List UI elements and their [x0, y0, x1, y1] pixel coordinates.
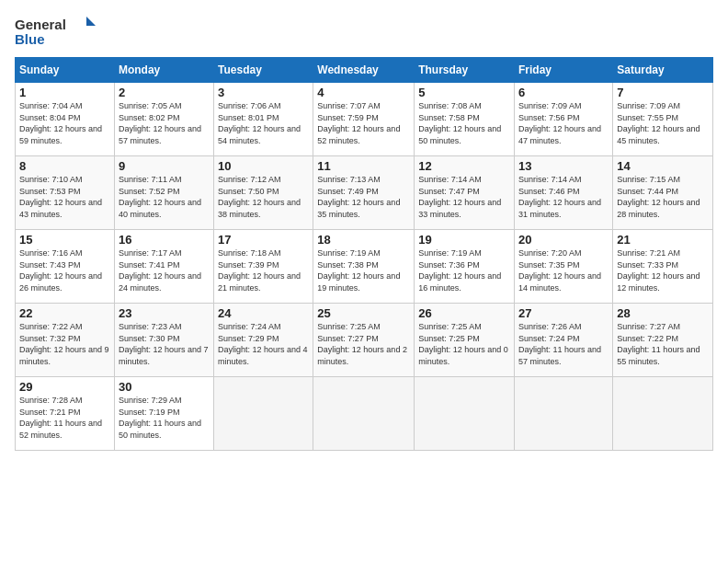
day-info: Sunrise: 7:25 AMSunset: 7:25 PMDaylight:…	[418, 321, 510, 367]
day-number: 23	[119, 306, 210, 320]
calendar-week-3: 15Sunrise: 7:16 AMSunset: 7:43 PMDayligh…	[16, 230, 713, 304]
day-number: 12	[418, 159, 510, 173]
day-number: 5	[418, 86, 510, 99]
day-number: 14	[617, 159, 709, 173]
calendar-cell: 19Sunrise: 7:19 AMSunset: 7:36 PMDayligh…	[415, 230, 515, 304]
day-number: 22	[19, 306, 110, 320]
calendar-cell: 9Sunrise: 7:11 AMSunset: 7:52 PMDaylight…	[114, 156, 213, 230]
day-info: Sunrise: 7:29 AMSunset: 7:19 PMDaylight:…	[119, 395, 210, 441]
day-info: Sunrise: 7:19 AMSunset: 7:38 PMDaylight:…	[317, 247, 410, 293]
day-number: 21	[617, 233, 709, 247]
calendar-cell: 21Sunrise: 7:21 AMSunset: 7:33 PMDayligh…	[613, 230, 713, 304]
calendar-cell	[313, 377, 415, 451]
calendar-cell	[515, 377, 613, 451]
calendar-week-2: 8Sunrise: 7:10 AMSunset: 7:53 PMDaylight…	[16, 156, 713, 230]
day-number: 25	[317, 306, 410, 320]
calendar-week-1: 1Sunrise: 7:04 AMSunset: 8:04 PMDaylight…	[16, 83, 713, 156]
calendar-cell: 5Sunrise: 7:08 AMSunset: 7:58 PMDaylight…	[415, 83, 515, 156]
calendar-cell: 7Sunrise: 7:09 AMSunset: 7:55 PMDaylight…	[613, 83, 713, 156]
page-container: General Blue SundayMondayTuesdayWednesda…	[0, 0, 728, 458]
day-number: 9	[119, 159, 210, 173]
calendar-cell: 28Sunrise: 7:27 AMSunset: 7:22 PMDayligh…	[613, 304, 713, 377]
day-number: 29	[19, 380, 110, 394]
header: General Blue	[15, 15, 713, 48]
day-number: 2	[119, 86, 210, 99]
calendar-header-row: SundayMondayTuesdayWednesdayThursdayFrid…	[16, 58, 713, 83]
day-info: Sunrise: 7:09 AMSunset: 7:55 PMDaylight:…	[617, 100, 709, 146]
calendar-cell: 13Sunrise: 7:14 AMSunset: 7:46 PMDayligh…	[515, 156, 613, 230]
day-number: 4	[317, 86, 410, 99]
calendar-cell: 30Sunrise: 7:29 AMSunset: 7:19 PMDayligh…	[114, 377, 213, 451]
day-info: Sunrise: 7:19 AMSunset: 7:36 PMDaylight:…	[418, 247, 510, 293]
day-info: Sunrise: 7:27 AMSunset: 7:22 PMDaylight:…	[617, 321, 709, 367]
day-info: Sunrise: 7:25 AMSunset: 7:27 PMDaylight:…	[317, 321, 410, 367]
day-info: Sunrise: 7:06 AMSunset: 8:01 PMDaylight:…	[218, 100, 309, 146]
day-info: Sunrise: 7:16 AMSunset: 7:43 PMDaylight:…	[19, 247, 110, 293]
weekday-header-friday: Friday	[515, 58, 613, 83]
day-info: Sunrise: 7:18 AMSunset: 7:39 PMDaylight:…	[218, 247, 309, 293]
day-number: 11	[317, 159, 410, 173]
calendar-cell: 4Sunrise: 7:07 AMSunset: 7:59 PMDaylight…	[313, 83, 415, 156]
day-info: Sunrise: 7:28 AMSunset: 7:21 PMDaylight:…	[19, 395, 110, 441]
day-number: 7	[617, 86, 709, 99]
day-number: 17	[218, 233, 309, 247]
logo-text-block: General Blue	[15, 15, 97, 48]
day-number: 28	[617, 306, 709, 320]
day-info: Sunrise: 7:14 AMSunset: 7:46 PMDaylight:…	[518, 174, 609, 220]
calendar-table: SundayMondayTuesdayWednesdayThursdayFrid…	[15, 57, 713, 451]
day-number: 1	[19, 86, 110, 99]
logo-svg: General Blue	[15, 15, 97, 48]
calendar-cell: 24Sunrise: 7:24 AMSunset: 7:29 PMDayligh…	[214, 304, 313, 377]
weekday-header-monday: Monday	[114, 58, 213, 83]
logo: General Blue	[15, 15, 97, 48]
calendar-cell: 11Sunrise: 7:13 AMSunset: 7:49 PMDayligh…	[313, 156, 415, 230]
calendar-cell: 14Sunrise: 7:15 AMSunset: 7:44 PMDayligh…	[613, 156, 713, 230]
day-info: Sunrise: 7:21 AMSunset: 7:33 PMDaylight:…	[617, 247, 709, 293]
day-info: Sunrise: 7:13 AMSunset: 7:49 PMDaylight:…	[317, 174, 410, 220]
day-info: Sunrise: 7:17 AMSunset: 7:41 PMDaylight:…	[119, 247, 210, 293]
day-info: Sunrise: 7:09 AMSunset: 7:56 PMDaylight:…	[518, 100, 609, 146]
calendar-cell: 16Sunrise: 7:17 AMSunset: 7:41 PMDayligh…	[114, 230, 213, 304]
day-number: 19	[418, 233, 510, 247]
calendar-cell	[613, 377, 713, 451]
day-number: 27	[518, 306, 609, 320]
calendar-cell: 8Sunrise: 7:10 AMSunset: 7:53 PMDaylight…	[16, 156, 115, 230]
weekday-header-sunday: Sunday	[16, 58, 115, 83]
calendar-cell: 17Sunrise: 7:18 AMSunset: 7:39 PMDayligh…	[214, 230, 313, 304]
calendar-cell: 10Sunrise: 7:12 AMSunset: 7:50 PMDayligh…	[214, 156, 313, 230]
day-number: 10	[218, 159, 309, 173]
day-number: 24	[218, 306, 309, 320]
calendar-cell: 22Sunrise: 7:22 AMSunset: 7:32 PMDayligh…	[16, 304, 115, 377]
day-info: Sunrise: 7:20 AMSunset: 7:35 PMDaylight:…	[518, 247, 609, 293]
day-info: Sunrise: 7:23 AMSunset: 7:30 PMDaylight:…	[119, 321, 210, 367]
calendar-cell: 26Sunrise: 7:25 AMSunset: 7:25 PMDayligh…	[415, 304, 515, 377]
day-info: Sunrise: 7:07 AMSunset: 7:59 PMDaylight:…	[317, 100, 410, 146]
day-number: 6	[518, 86, 609, 99]
calendar-cell: 12Sunrise: 7:14 AMSunset: 7:47 PMDayligh…	[415, 156, 515, 230]
weekday-header-tuesday: Tuesday	[214, 58, 313, 83]
day-info: Sunrise: 7:15 AMSunset: 7:44 PMDaylight:…	[617, 174, 709, 220]
calendar-cell: 25Sunrise: 7:25 AMSunset: 7:27 PMDayligh…	[313, 304, 415, 377]
day-info: Sunrise: 7:24 AMSunset: 7:29 PMDaylight:…	[218, 321, 309, 367]
day-number: 15	[19, 233, 110, 247]
day-info: Sunrise: 7:05 AMSunset: 8:02 PMDaylight:…	[119, 100, 210, 146]
day-info: Sunrise: 7:14 AMSunset: 7:47 PMDaylight:…	[418, 174, 510, 220]
calendar-cell	[415, 377, 515, 451]
calendar-cell: 27Sunrise: 7:26 AMSunset: 7:24 PMDayligh…	[515, 304, 613, 377]
calendar-cell	[214, 377, 313, 451]
day-number: 20	[518, 233, 609, 247]
calendar-cell: 3Sunrise: 7:06 AMSunset: 8:01 PMDaylight…	[214, 83, 313, 156]
day-number: 13	[518, 159, 609, 173]
day-number: 26	[418, 306, 510, 320]
day-number: 8	[19, 159, 110, 173]
day-number: 30	[119, 380, 210, 394]
day-info: Sunrise: 7:04 AMSunset: 8:04 PMDaylight:…	[19, 100, 110, 146]
day-info: Sunrise: 7:11 AMSunset: 7:52 PMDaylight:…	[119, 174, 210, 220]
calendar-body: 1Sunrise: 7:04 AMSunset: 8:04 PMDaylight…	[16, 83, 713, 451]
day-info: Sunrise: 7:08 AMSunset: 7:58 PMDaylight:…	[418, 100, 510, 146]
day-number: 16	[119, 233, 210, 247]
calendar-cell: 2Sunrise: 7:05 AMSunset: 8:02 PMDaylight…	[114, 83, 213, 156]
day-info: Sunrise: 7:10 AMSunset: 7:53 PMDaylight:…	[19, 174, 110, 220]
calendar-cell: 23Sunrise: 7:23 AMSunset: 7:30 PMDayligh…	[114, 304, 213, 377]
calendar-cell: 6Sunrise: 7:09 AMSunset: 7:56 PMDaylight…	[515, 83, 613, 156]
